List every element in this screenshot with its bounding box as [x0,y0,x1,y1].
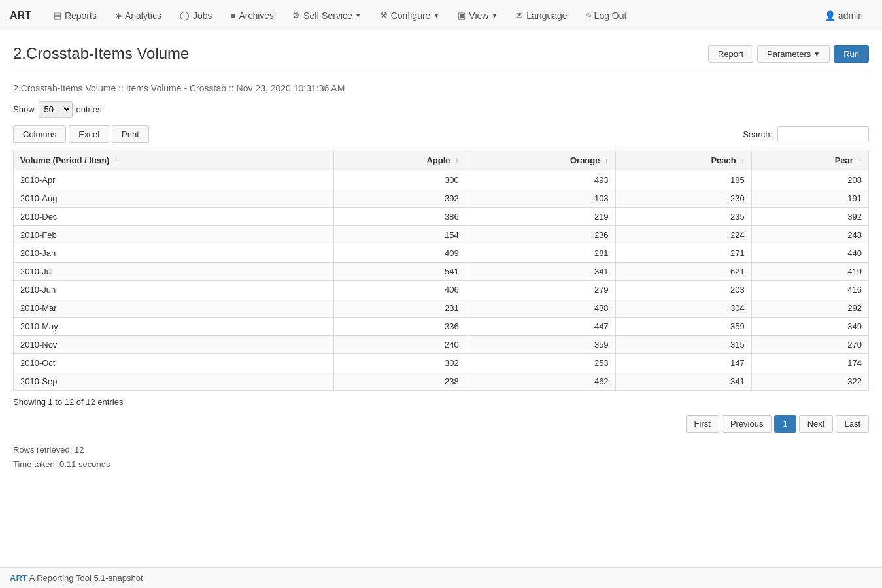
col-pear[interactable]: Pear ↕ [751,150,868,171]
nav-item-reports-label: Reports [65,10,97,21]
cell-orange: 462 [466,372,615,391]
parameters-button[interactable]: Parameters ▼ [757,45,830,63]
nav-item-self-service-label: Self Service [303,10,352,21]
toolbar-buttons: Columns Excel Print [13,125,149,143]
cell-pear: 270 [751,336,868,354]
nav-items: ▤ Reports ◈ Analytics ◯ Jobs ■ Archives … [44,0,815,31]
entries-select[interactable]: 10 25 50 100 [39,101,73,118]
cell-period: 2010-Aug [14,189,334,208]
cell-peach: 185 [615,171,751,189]
navbar: ART ▤ Reports ◈ Analytics ◯ Jobs ■ Archi… [0,0,882,31]
col-apple[interactable]: Apple ↕ [333,150,466,171]
cell-orange: 253 [466,354,615,372]
sort-icon-period: ↕ [114,157,118,165]
configure-icon: ⚒ [380,10,388,20]
cell-orange: 281 [466,244,615,263]
brand-link[interactable]: ART [10,10,31,22]
sort-icon-pear: ↕ [858,157,862,165]
time-taken: Time taken: 0.11 seconds [13,457,869,472]
cell-orange: 341 [466,263,615,281]
cell-orange: 493 [466,171,615,189]
cell-orange: 279 [466,281,615,299]
nav-item-configure[interactable]: ⚒ Configure ▼ [371,0,449,31]
cell-pear: 208 [751,171,868,189]
archives-icon: ■ [231,10,236,20]
search-input[interactable] [777,126,869,142]
cell-apple: 541 [333,263,466,281]
report-subtitle-title: 2.Crosstab-Items Volume [13,83,116,93]
previous-page-button[interactable]: Previous [722,415,772,433]
search-area: Search: [743,126,869,142]
table-row: 2010-Sep238462341322 [14,372,869,391]
page-title-row: 2.Crosstab-Items Volume Report Parameter… [13,44,869,63]
cell-peach: 147 [615,354,751,372]
main-content: 2.Crosstab-Items Volume Report Parameter… [0,31,882,485]
bar-chart-icon: ▤ [54,10,61,20]
nav-item-language[interactable]: ✉ Language [507,0,576,31]
cell-period: 2010-Oct [14,354,334,372]
nav-item-archives-label: Archives [239,10,274,21]
search-label: Search: [743,129,772,139]
cell-pear: 191 [751,189,868,208]
col-peach[interactable]: Peach ↕ [615,150,751,171]
table-row: 2010-Jul541341621419 [14,263,869,281]
page-title: 2.Crosstab-Items Volume [13,44,189,63]
report-button[interactable]: Report [708,45,753,63]
cell-peach: 341 [615,372,751,391]
data-table: Volume (Period / Item) ↕ Apple ↕ Orange … [13,150,869,391]
table-row: 2010-May336447359349 [14,318,869,336]
cell-orange: 103 [466,189,615,208]
table-row: 2010-Jan409281271440 [14,244,869,263]
footer-stats: Rows retrieved: 12 Time taken: 0.11 seco… [13,443,869,472]
nav-item-analytics-label: Analytics [125,10,161,21]
nav-item-jobs[interactable]: ◯ Jobs [171,0,222,31]
cell-apple: 231 [333,299,466,318]
entries-label: entries [76,105,102,114]
nav-item-configure-label: Configure [391,10,431,21]
cell-pear: 416 [751,281,868,299]
cell-pear: 440 [751,244,868,263]
next-page-button[interactable]: Next [799,415,834,433]
cell-apple: 240 [333,336,466,354]
first-page-button[interactable]: First [686,415,719,433]
nav-item-self-service[interactable]: ⚙ Self Service ▼ [283,0,371,31]
analytics-icon: ◈ [115,10,122,20]
rows-retrieved: Rows retrieved: 12 [13,443,869,457]
excel-button[interactable]: Excel [69,125,109,143]
cell-peach: 203 [615,281,751,299]
cell-apple: 302 [333,354,466,372]
header-row: Volume (Period / Item) ↕ Apple ↕ Orange … [14,150,869,171]
table-toolbar: Columns Excel Print Search: [13,125,869,143]
cell-period: 2010-Mar [14,299,334,318]
col-orange[interactable]: Orange ↕ [466,150,615,171]
cell-period: 2010-Sep [14,372,334,391]
chevron-down-icon: ▼ [355,12,362,19]
chevron-down-icon4: ▼ [813,50,820,57]
cell-orange: 359 [466,336,615,354]
cell-peach: 621 [615,263,751,281]
last-page-button[interactable]: Last [836,415,869,433]
cell-period: 2010-May [14,318,334,336]
nav-item-reports[interactable]: ▤ Reports [44,0,106,31]
nav-item-language-label: Language [526,10,567,21]
nav-item-archives[interactable]: ■ Archives [222,0,284,31]
nav-item-view[interactable]: ▣ View ▼ [449,0,507,31]
admin-label: 👤 admin [815,0,872,31]
cell-pear: 349 [751,318,868,336]
cell-apple: 386 [333,208,466,226]
title-buttons: Report Parameters ▼ Run [708,45,869,63]
columns-button[interactable]: Columns [13,125,66,143]
run-button[interactable]: Run [834,45,869,63]
print-button[interactable]: Print [112,125,149,143]
col-period[interactable]: Volume (Period / Item) ↕ [14,150,334,171]
table-row: 2010-Mar231438304292 [14,299,869,318]
table-body: 2010-Apr3004931852082010-Aug392103230191… [14,171,869,391]
table-row: 2010-Jun406279203416 [14,281,869,299]
cell-pear: 392 [751,208,868,226]
current-page-button[interactable]: 1 [774,415,796,433]
nav-item-view-label: View [469,10,488,21]
logout-icon: ⎋ [586,10,591,20]
cell-pear: 248 [751,226,868,244]
nav-item-logout[interactable]: ⎋ Log Out [577,0,636,31]
nav-item-analytics[interactable]: ◈ Analytics [106,0,171,31]
